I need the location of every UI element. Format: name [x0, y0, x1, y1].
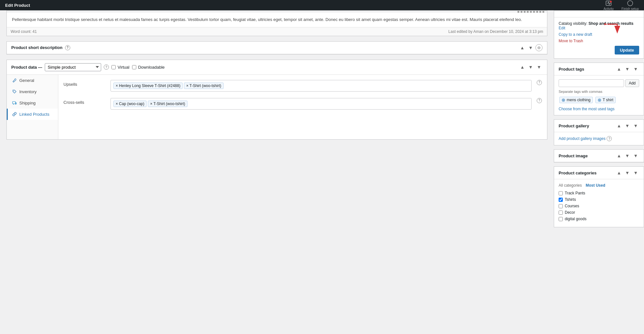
publish-actions-area: Copy to a new draft Move to Trash	[559, 32, 639, 54]
cat-item-digital-goods: digital goods	[559, 217, 639, 221]
image-up[interactable]: ▲	[615, 153, 622, 159]
cat-courses-checkbox[interactable]	[559, 204, 563, 208]
cat-track-pants-label[interactable]: Track Pants	[565, 191, 585, 195]
cat-tab-all[interactable]: All categories	[559, 183, 582, 188]
product-data-panel: Product data — Simple product Variable p…	[6, 60, 547, 140]
tags-hint: Separate tags with commas	[559, 90, 639, 93]
gallery-down[interactable]: ▼	[624, 123, 631, 129]
categories-toggle[interactable]: ▼	[632, 170, 639, 176]
cross-sells-help[interactable]: ?	[537, 98, 542, 103]
tab-shipping[interactable]: Shipping	[7, 97, 58, 109]
cat-digital-goods-checkbox[interactable]	[559, 217, 563, 221]
categories-down[interactable]: ▼	[624, 170, 631, 176]
cat-tshirts-checkbox[interactable]	[559, 198, 563, 202]
right-sidebar: Catalog visibility: Shop and search resu…	[554, 10, 644, 334]
editor-body[interactable]: Pellentesque habitant morbi tristique se…	[7, 13, 547, 27]
upsells-token-input[interactable]: × Henley Long Sleeve T-Shirt (#2488) × T…	[111, 80, 532, 92]
product-type-help[interactable]: ?	[104, 64, 109, 70]
cat-digital-goods-label[interactable]: digital goods	[565, 217, 586, 221]
update-button[interactable]: Update	[615, 46, 639, 54]
gallery-toggle[interactable]: ▼	[632, 123, 639, 129]
upsell-token-1-text: × Henley Long Sleeve T-Shirt (#2488)	[116, 84, 180, 88]
tag-t-shirt-remove[interactable]: ⊗	[598, 98, 601, 102]
product-tags-box: Product tags ▲ ▼ ▼ Add Separate tags wit…	[554, 63, 644, 115]
tag-mens-clothing-remove[interactable]: ⊗	[562, 98, 565, 102]
cat-track-pants-checkbox[interactable]	[559, 191, 563, 195]
product-categories-title: Product categories	[559, 171, 597, 175]
product-tags-header: Product tags ▲ ▼ ▼	[554, 63, 644, 75]
upsells-help[interactable]: ?	[537, 80, 542, 85]
tags-up[interactable]: ▲	[615, 66, 622, 72]
tab-linked-products-label: Linked Products	[19, 112, 49, 117]
categories-up[interactable]: ▲	[615, 170, 622, 176]
product-type-select[interactable]: Simple product Variable product Grouped …	[45, 63, 101, 71]
toolbar-icons: ■ ■ ■ ■ ■ ■ ■ ■ ■	[517, 10, 544, 14]
downloadable-label[interactable]: Downloadable	[138, 65, 165, 70]
downloadable-checkbox[interactable]	[132, 65, 136, 69]
cat-decor-checkbox[interactable]	[559, 211, 563, 215]
cross-sells-token-input[interactable]: × Cap (woo-cap) × T-Shirt (woo-tshirt)	[111, 98, 532, 110]
finish-setup-label: Finish setup	[621, 7, 639, 11]
tags-input[interactable]	[559, 79, 624, 87]
tags-add-button[interactable]: Add	[625, 79, 639, 87]
tab-general-label: General	[19, 78, 34, 83]
toggle-button[interactable]: ⊖	[535, 44, 543, 51]
image-toggle[interactable]: ▼	[632, 153, 639, 159]
page-title: Edit Product	[5, 3, 30, 8]
editor-box: ■ ■ ■ ■ ■ ■ ■ ■ ■ Pellentesque habitant …	[6, 10, 547, 36]
product-data-down[interactable]: ▼	[527, 64, 534, 70]
add-gallery-images-text[interactable]: Add product gallery images	[559, 136, 605, 141]
svg-point-3	[14, 91, 14, 91]
categories-list: Track Pants Tshirts Courses Decor	[559, 191, 639, 221]
move-to-trash-link[interactable]: Move to Trash	[559, 39, 639, 43]
catalog-visibility-label: Catalog visibility:	[559, 21, 587, 26]
svg-rect-4	[13, 102, 15, 104]
wrench-icon	[12, 78, 17, 83]
content-area: ■ ■ ■ ■ ■ ■ ■ ■ ■ Pellentesque habitant …	[0, 10, 554, 334]
product-categories-controls: ▲ ▼ ▼	[615, 170, 639, 176]
product-image-box: Product image ▲ ▼ ▼	[554, 149, 644, 162]
cat-item-tshirts: Tshirts	[559, 197, 639, 202]
tab-inventory-label: Inventory	[19, 89, 36, 94]
tags-down[interactable]: ▼	[624, 66, 631, 72]
gallery-up[interactable]: ▲	[615, 123, 622, 129]
product-data-title: Product data —	[11, 65, 42, 70]
product-data-tabs: General Inventory	[7, 75, 58, 139]
cat-tab-most-used[interactable]: Most Used	[586, 183, 605, 188]
link-icon	[12, 112, 17, 116]
copy-to-new-draft-link[interactable]: Copy to a new draft	[559, 32, 639, 37]
image-down[interactable]: ▼	[624, 153, 631, 159]
cat-courses-label[interactable]: Courses	[565, 204, 579, 208]
virtual-checkbox[interactable]	[111, 65, 116, 69]
editor-footer: Word count: 41 Last edited by Aman on De…	[7, 27, 547, 36]
upsells-input-area: × Henley Long Sleeve T-Shirt (#2488) × T…	[111, 80, 532, 92]
collapse-up-button[interactable]: ▲	[519, 45, 526, 51]
product-tags-title: Product tags	[559, 67, 584, 72]
upsell-token-1: × Henley Long Sleeve T-Shirt (#2488)	[113, 83, 183, 89]
activity-button[interactable]: Activity	[603, 0, 614, 11]
tab-general[interactable]: General	[7, 75, 58, 86]
add-gallery-images-link[interactable]: Add product gallery images ?	[559, 136, 639, 141]
virtual-label[interactable]: Virtual	[118, 65, 130, 70]
gallery-help-icon[interactable]: ?	[607, 136, 612, 141]
product-tags-controls: ▲ ▼ ▼	[615, 66, 639, 72]
finish-setup-button[interactable]: Finish setup	[621, 0, 639, 11]
cat-decor-label[interactable]: Decor	[565, 210, 575, 215]
tab-inventory[interactable]: Inventory	[7, 86, 58, 97]
choose-from-most-used-link[interactable]: Choose from the most used tags	[559, 107, 614, 111]
tab-linked-products[interactable]: Linked Products	[7, 109, 58, 120]
product-short-description-help[interactable]: ?	[65, 45, 70, 50]
upsells-label: Upsells	[63, 80, 105, 87]
cat-item-decor: Decor	[559, 210, 639, 215]
cat-item-track-pants: Track Pants	[559, 191, 639, 195]
product-data-toggle[interactable]: ▼	[535, 64, 543, 70]
catalog-visibility-edit[interactable]: Edit	[559, 26, 565, 30]
editor-text: Pellentesque habitant morbi tristique se…	[12, 16, 542, 23]
product-gallery-box: Product gallery ▲ ▼ ▼ Add product galler…	[554, 119, 644, 145]
collapse-down-button[interactable]: ▼	[527, 45, 534, 51]
tags-toggle[interactable]: ▼	[632, 66, 639, 72]
main-layout: ■ ■ ■ ■ ■ ■ ■ ■ ■ Pellentesque habitant …	[0, 10, 644, 334]
product-data-up[interactable]: ▲	[519, 64, 526, 70]
product-short-description-header: Product short description ? ▲ ▼ ⊖	[7, 42, 547, 54]
cat-tshirts-label[interactable]: Tshirts	[565, 197, 576, 202]
